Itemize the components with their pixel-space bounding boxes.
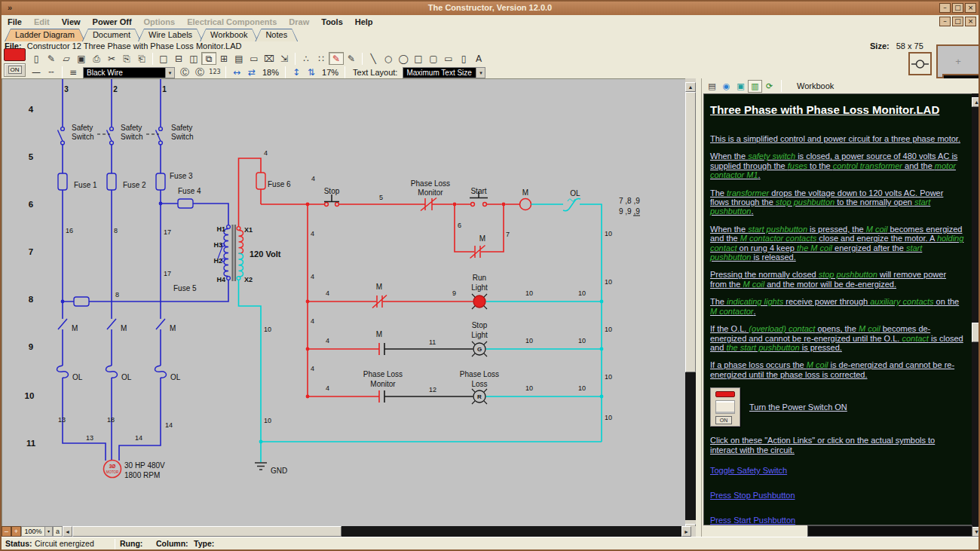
shape-circle-icon[interactable]: ○: [381, 52, 396, 65]
refresh-icon[interactable]: ⟳: [762, 80, 776, 93]
copyright-1-button[interactable]: Ⓒ: [177, 66, 192, 79]
panel-view-icon[interactable]: ▭: [247, 52, 262, 65]
shape-text-icon[interactable]: A: [471, 52, 486, 65]
v-spread-button[interactable]: ↕: [289, 66, 304, 79]
component-preview-button[interactable]: [908, 52, 932, 75]
power-on-button[interactable]: ON: [4, 63, 26, 77]
menu-tools[interactable]: Tools: [315, 15, 349, 29]
wire-color-select[interactable]: Black Wire ▾: [83, 67, 175, 78]
mdi-maximize-button[interactable]: □: [952, 17, 963, 26]
workbook-icon[interactable]: ▥: [748, 80, 762, 93]
workbook-vscrollbar[interactable]: ▲ ▼: [972, 93, 980, 537]
lock-draw-icon[interactable]: ✎: [344, 52, 359, 65]
line-thick-button[interactable]: ≡: [66, 66, 81, 79]
shape-line-icon[interactable]: ╲: [366, 52, 381, 65]
index-icon[interactable]: ▤: [705, 80, 719, 93]
menu-help[interactable]: Help: [349, 15, 379, 29]
paste-icon[interactable]: ⎗: [134, 52, 149, 65]
copy-icon[interactable]: ⎘: [119, 52, 134, 65]
frame-split-v-icon[interactable]: ◫: [186, 52, 201, 65]
hscroll-thumb[interactable]: [72, 526, 341, 537]
zoom-out-button[interactable]: –: [2, 526, 11, 537]
motor-symbol[interactable]: [104, 461, 121, 478]
scroll-up-icon[interactable]: ▲: [685, 82, 696, 92]
menu-file[interactable]: File: [2, 15, 28, 29]
dropdown-arrow-icon[interactable]: ▾: [476, 68, 485, 78]
ladder-canvas[interactable]: 4567891011321SafetySwitchSafetySwitchSaf…: [2, 78, 685, 526]
menu-view[interactable]: View: [56, 15, 87, 29]
shape-rounded-rect-icon[interactable]: ▢: [426, 52, 441, 65]
shape-rect-tall-icon[interactable]: ▯: [456, 52, 471, 65]
tab-wire-labels[interactable]: Wire Labels: [138, 29, 203, 41]
workbook-vscroll-thumb[interactable]: [972, 323, 980, 342]
cut-icon[interactable]: ✂: [104, 52, 119, 65]
vscroll-track[interactable]: [685, 372, 696, 520]
open-icon[interactable]: ▱: [59, 52, 74, 65]
line-dashed-button[interactable]: ╌: [44, 66, 59, 79]
save-icon[interactable]: ▣: [74, 52, 89, 65]
renumber-button[interactable]: 123: [207, 66, 222, 79]
text-tool-button[interactable]: a: [53, 526, 63, 537]
tab-workbook[interactable]: Workbook: [200, 29, 258, 41]
tab-notes[interactable]: Notes: [255, 29, 298, 41]
hscroll-track[interactable]: [341, 526, 681, 537]
dropdown-arrow-icon[interactable]: ▾: [44, 527, 52, 536]
canvas-vscrollbar[interactable]: ▲ ▼: [685, 78, 696, 526]
shape-rect-icon[interactable]: □: [411, 52, 426, 65]
scroll-left-icon[interactable]: ◄: [63, 526, 72, 537]
shape-rect-wide-icon[interactable]: ▭: [441, 52, 456, 65]
shape-ellipse-icon[interactable]: ◯: [396, 52, 411, 65]
action-link-press-start-pushbutton[interactable]: Press Start Pushbutton: [710, 516, 795, 525]
scroll-right-icon[interactable]: ►: [681, 526, 691, 537]
draw-mode-icon[interactable]: ✎: [329, 52, 344, 65]
vscroll-thumb[interactable]: [685, 92, 696, 372]
action-link-press-stop-pushbutton[interactable]: Press Stop Pushbutton: [710, 491, 795, 500]
line-solid-button[interactable]: —: [29, 66, 44, 79]
action-link-toggle-safety-switch[interactable]: Toggle Safety Switch: [710, 466, 787, 475]
scroll-down-icon[interactable]: ▼: [972, 527, 980, 537]
tab-label: Notes: [256, 29, 297, 41]
window-maximize-button[interactable]: □: [952, 3, 963, 13]
export-icon[interactable]: ⇲: [277, 52, 292, 65]
window-close-button[interactable]: ×: [965, 3, 976, 13]
run-light-symbol[interactable]: [472, 294, 487, 309]
comment-icon[interactable]: ◉: [719, 80, 733, 93]
frame-full-icon[interactable]: □: [156, 52, 171, 65]
frame-split-h-icon[interactable]: ⊟: [171, 52, 186, 65]
app-menu-icon[interactable]: »: [8, 2, 12, 14]
scroll-up-icon[interactable]: ▲: [972, 97, 980, 107]
mdi-close-button[interactable]: ×: [965, 17, 976, 26]
copyright-2-button[interactable]: Ⓒ: [192, 66, 207, 79]
mdi-minimize-button[interactable]: –: [939, 17, 951, 26]
text-layout-select[interactable]: Maximum Text Size ▾: [403, 67, 485, 78]
control-transformer[interactable]: [218, 225, 243, 281]
grid-icon[interactable]: ⊞: [216, 52, 231, 65]
stop-pushbutton-symbol[interactable]: [324, 194, 339, 206]
power-switch[interactable]: ON: [4, 48, 26, 78]
v-fit-button[interactable]: ⇅: [304, 66, 319, 79]
workbook-hscroll-track[interactable]: [807, 525, 972, 537]
align-free-icon[interactable]: ∴: [299, 52, 314, 65]
wire-label-strip-icon[interactable]: ▤: [231, 52, 247, 65]
tab-document[interactable]: Document: [82, 29, 141, 41]
h-fit-button[interactable]: ⇄: [244, 66, 259, 79]
circuit-label: OL: [72, 373, 83, 381]
m-coil-symbol[interactable]: [520, 199, 531, 210]
edit-icon[interactable]: ✎: [44, 52, 59, 65]
power-switch-image[interactable]: ON: [710, 387, 740, 427]
print-icon[interactable]: ⎙: [89, 52, 104, 65]
message-box-icon[interactable]: ⌧: [262, 52, 277, 65]
size-label: Size:: [870, 41, 890, 51]
window-minimize-button[interactable]: –: [939, 3, 951, 13]
new-icon[interactable]: ▯: [29, 52, 44, 65]
dropdown-arrow-icon[interactable]: ▾: [165, 68, 174, 78]
align-lock-icon[interactable]: ∷: [314, 52, 329, 65]
menu-power-off[interactable]: Power Off: [87, 15, 138, 29]
components-icon[interactable]: ⧉: [201, 52, 216, 65]
zoom-level-select[interactable]: 100% ▾: [21, 526, 53, 537]
monitor-icon[interactable]: ▣: [733, 80, 748, 93]
h-spread-button[interactable]: ↔: [229, 66, 244, 79]
ol-contact-symbol[interactable]: [563, 198, 580, 210]
zoom-in-button[interactable]: +: [11, 526, 21, 537]
tab-ladder-diagram[interactable]: Ladder Diagram: [5, 29, 85, 41]
